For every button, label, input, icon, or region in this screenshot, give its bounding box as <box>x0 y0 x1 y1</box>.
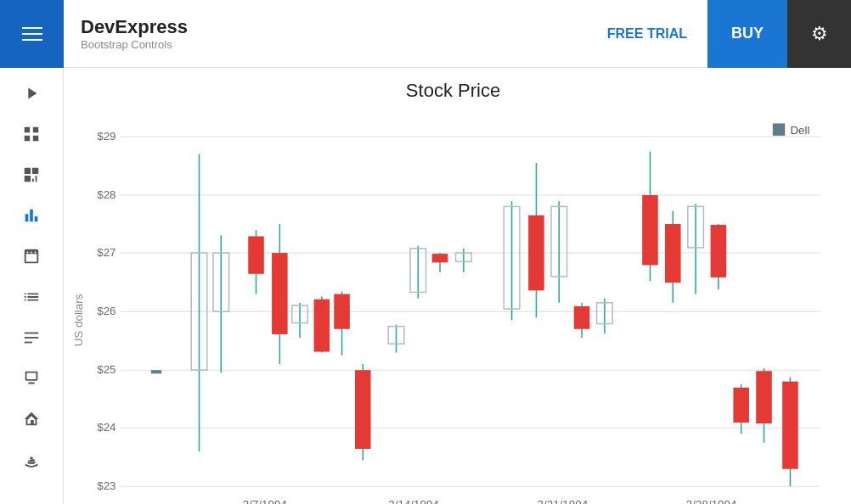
sidebar-item-layout[interactable] <box>12 158 51 192</box>
stock-chart: $29 $28 $27 $26 $25 $24 $23 US dollars 3… <box>72 109 834 504</box>
sidebar-item-form[interactable] <box>12 321 51 355</box>
buy-button[interactable]: BUY <box>707 0 787 68</box>
header: DevExpress Bootstrap Controls FREE TRIAL… <box>0 0 851 68</box>
gear-icon: ⚙ <box>811 23 828 45</box>
svg-text:3/28/1994: 3/28/1994 <box>686 498 737 504</box>
svg-text:$25: $25 <box>97 363 116 376</box>
svg-text:$24: $24 <box>97 421 116 434</box>
svg-text:US dollars: US dollars <box>72 294 85 346</box>
sidebar-item-signal[interactable] <box>12 443 51 477</box>
svg-rect-28 <box>248 236 264 273</box>
svg-rect-38 <box>355 370 371 449</box>
chart-content: Stock Price $29 $28 $27 $26 $25 <box>64 68 851 504</box>
svg-rect-71 <box>773 123 785 135</box>
free-trial-button[interactable]: FREE TRIAL <box>587 26 707 42</box>
layout-icon <box>22 165 41 184</box>
svg-text:3/7/1994: 3/7/1994 <box>243 498 288 504</box>
svg-rect-36 <box>334 294 350 329</box>
chart-container: $29 $28 $27 $26 $25 $24 $23 US dollars 3… <box>72 109 834 504</box>
signal-icon <box>22 451 41 469</box>
svg-rect-2 <box>25 342 32 344</box>
brand-subtitle: Bootstrap Controls <box>81 38 570 51</box>
svg-rect-22 <box>151 370 161 373</box>
grid-icon <box>22 125 41 143</box>
svg-text:$29: $29 <box>97 130 116 143</box>
chart-title: Stock Price <box>406 80 500 102</box>
brand: DevExpress Bootstrap Controls <box>64 16 587 51</box>
header-actions: FREE TRIAL BUY ⚙ <box>587 0 851 67</box>
play-icon <box>22 84 41 103</box>
sidebar-item-play[interactable] <box>12 76 51 110</box>
scheduler-icon <box>22 247 41 266</box>
svg-rect-34 <box>314 300 330 352</box>
sidebar-item-chart[interactable] <box>12 199 51 232</box>
svg-text:Dell: Dell <box>790 124 809 137</box>
list-icon <box>22 288 41 306</box>
sidebar-item-data[interactable] <box>12 361 51 395</box>
sidebar-item-grid[interactable] <box>12 117 51 151</box>
svg-rect-66 <box>733 388 749 423</box>
menu-button[interactable] <box>0 0 64 68</box>
svg-rect-30 <box>272 253 288 334</box>
svg-text:$27: $27 <box>97 246 116 259</box>
svg-text:3/21/1994: 3/21/1994 <box>538 498 589 504</box>
sidebar-item-analytics[interactable] <box>12 402 51 436</box>
sidebar-item-scheduler[interactable] <box>12 239 51 273</box>
svg-rect-1 <box>25 337 39 339</box>
settings-button[interactable]: ⚙ <box>787 0 851 68</box>
svg-rect-70 <box>782 382 798 469</box>
svg-rect-64 <box>711 225 727 277</box>
main-layout: Stock Price $29 $28 $27 $26 $25 <box>0 68 851 504</box>
svg-text:$26: $26 <box>97 305 116 317</box>
sidebar-item-list[interactable] <box>12 280 51 314</box>
svg-rect-44 <box>432 254 448 262</box>
svg-rect-50 <box>528 216 544 291</box>
svg-rect-60 <box>665 224 681 283</box>
brand-name: DevExpress <box>81 16 570 38</box>
sidebar <box>0 68 64 504</box>
analytics-icon <box>22 410 41 428</box>
svg-text:3/14/1994: 3/14/1994 <box>388 498 439 504</box>
svg-rect-68 <box>756 371 772 423</box>
form-icon <box>22 328 41 347</box>
svg-text:$28: $28 <box>97 188 116 201</box>
svg-rect-58 <box>642 195 658 265</box>
chart-icon <box>22 206 41 225</box>
data-icon <box>22 369 41 388</box>
svg-text:$23: $23 <box>97 479 116 492</box>
svg-rect-54 <box>574 306 590 329</box>
hamburger-icon <box>22 27 42 41</box>
svg-rect-0 <box>25 333 39 334</box>
